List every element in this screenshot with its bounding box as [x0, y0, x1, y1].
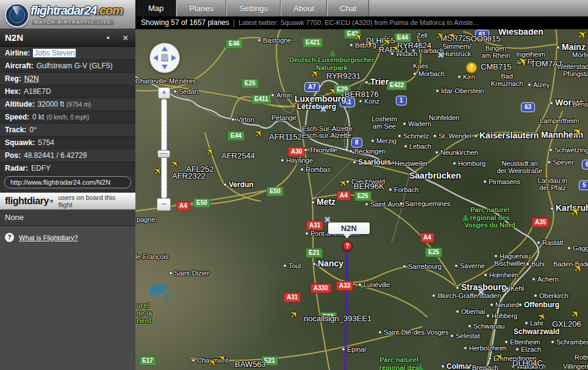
callsign-afr2322[interactable]: AFR2322: [172, 171, 206, 180]
road-badge-a31: A31: [284, 293, 301, 302]
selected-flight-title: N2N: [5, 32, 23, 43]
place-breisach: Breisach: [467, 364, 498, 370]
field-label: Radar:: [5, 164, 28, 173]
plane-icon[interactable]: ✈: [570, 308, 583, 321]
pan-down-icon[interactable]: [162, 65, 168, 69]
place-schramberg: Schramberg: [551, 338, 588, 346]
minimize-icon[interactable]: ●: [107, 29, 110, 46]
zoom-slider-handle[interactable]: [157, 150, 170, 158]
callsign-ber96k[interactable]: BER96K: [354, 182, 384, 191]
town-dot: [400, 202, 403, 205]
close-icon[interactable]: ×: [123, 29, 128, 46]
flightdiary-banner[interactable]: flightdiary✈ users on board this flight: [0, 193, 135, 210]
zoom-slider-track[interactable]: [161, 99, 167, 199]
tab-planes[interactable]: Planes: [176, 0, 226, 16]
callsign-ber8176[interactable]: BER8176: [345, 90, 379, 99]
town-dot: [304, 148, 307, 152]
road-badge-e411: E411: [251, 94, 271, 104]
road-badge-e25: E25: [354, 191, 371, 201]
road-badge-1: 1: [396, 96, 407, 105]
tree-icon: [462, 214, 468, 221]
unknown-position-marker[interactable]: ?: [466, 62, 477, 73]
place-rottweil: Rottweil: [575, 354, 588, 361]
place-charleville-m-zi-res: Charleville-Mézières: [135, 77, 196, 85]
callsign-gxl206[interactable]: GXL206: [552, 319, 581, 329]
callsign-afr2544[interactable]: AFR2544: [221, 151, 255, 160]
callsign-tom7aj[interactable]: TOM7AJ: [531, 59, 562, 68]
place-arlon: Arlon: [271, 91, 292, 99]
plane-icon[interactable]: ✈: [169, 158, 182, 171]
plane-icon[interactable]: ✈: [253, 127, 266, 140]
place-zell: Zell: [417, 32, 428, 39]
tab-chat[interactable]: Chat: [327, 0, 369, 16]
town-dot: [358, 283, 362, 286]
town-dot: [432, 294, 436, 297]
plane-icon[interactable]: ✈: [575, 29, 588, 42]
callsign-soo9815[interactable]: SOO9815: [465, 34, 501, 43]
tab-settings[interactable]: Settings: [226, 0, 281, 16]
selected-flight-popup[interactable]: N2N: [328, 222, 370, 234]
field-value[interactable]: Jobs Steven: [33, 49, 76, 57]
town-dot: [537, 241, 540, 244]
place-p-tange: Pétange: [271, 114, 296, 121]
place-pirmasens: Pirmasens: [483, 178, 520, 185]
place-lun-ville: Lunéville: [358, 281, 390, 288]
flight-url-input[interactable]: [4, 176, 131, 188]
field-label: Reg:: [5, 74, 21, 83]
town-dot: [365, 202, 368, 206]
zoom-out-button[interactable]: −: [157, 198, 171, 211]
pan-left-icon[interactable]: [153, 55, 158, 61]
field-label: Squawk:: [5, 138, 35, 147]
place-pfungstadt: Pfungstadt: [563, 70, 588, 77]
town-dot: [271, 93, 274, 97]
pan-up-icon[interactable]: [162, 46, 168, 51]
zoom-in-button[interactable]: +: [158, 87, 170, 99]
map-pan-control[interactable]: [149, 43, 180, 73]
airport-x-icon[interactable]: ✕: [320, 105, 327, 114]
place-esch-sur-alzette: Esch-sur-Alzette: [302, 132, 351, 139]
callsign-ryr9231[interactable]: RYR9231: [326, 71, 360, 80]
town-dot: [526, 262, 529, 266]
town-dot: [464, 346, 467, 350]
plane-icon[interactable]: ✈: [204, 146, 217, 158]
brand-text: flightradar24: [30, 4, 96, 17]
town-dot: [456, 310, 459, 313]
selected-aircraft-marker[interactable]: ?: [342, 241, 353, 251]
map-canvas[interactable]: E46E421E42E44E25E411E29E422E44E50E50E25E…: [135, 29, 588, 370]
brand-logo[interactable]: flightradar24.com: [30, 4, 123, 18]
callsign-nocallsign-393ee1[interactable]: nocallsign_393EE1: [304, 314, 371, 323]
callsign-ryr4624[interactable]: RYR4624: [397, 41, 431, 50]
place-le-fran-ois: le-François: [135, 253, 168, 260]
airport-x-icon[interactable]: ✕: [438, 51, 445, 60]
field-value: EDFY: [31, 164, 51, 173]
town-dot: [547, 160, 551, 164]
place-alzey: Alzey: [528, 81, 550, 88]
callsign-cmb715[interactable]: CMB715: [481, 62, 512, 71]
park-label: urelde larient: [137, 302, 152, 325]
place-m-rfelden: Mörfelden: [572, 51, 588, 59]
plane-icon[interactable]: ✈: [289, 308, 301, 321]
town-dot: [454, 264, 458, 268]
place-elzach: Elzach: [515, 346, 541, 353]
place-st-wendel: St. Wendel: [433, 132, 471, 140]
field-value[interactable]: N2N: [24, 74, 39, 83]
tab-map[interactable]: Map: [135, 0, 176, 16]
radar-logo-icon: [5, 3, 29, 27]
town-dot: [551, 340, 554, 344]
share-url-row: [0, 175, 135, 193]
place-saarlouis: Saarlouis: [353, 158, 391, 166]
callsign-afr1152[interactable]: AFR1152: [269, 132, 302, 141]
road-badge-6: 6: [582, 160, 588, 169]
road-badge-a4: A4: [420, 233, 434, 243]
town-dot: [413, 72, 417, 76]
airport-x-icon[interactable]: ✕: [478, 288, 485, 297]
pan-right-icon[interactable]: [171, 55, 176, 61]
place-saverne: Saverne: [454, 262, 485, 269]
callsign-dlh04c[interactable]: DLH04C: [512, 358, 543, 368]
callsign-baw563[interactable]: BAW563: [235, 360, 266, 369]
tab-about[interactable]: About: [281, 0, 327, 16]
place-schwarzwald: Schwarzwald: [514, 327, 559, 336]
what-is-flightdiary-link[interactable]: What is Flightdiary?: [19, 234, 78, 241]
road-badge-a33: A33: [336, 281, 353, 291]
field-row-airline: Airline:Jobs Steven: [0, 47, 135, 60]
